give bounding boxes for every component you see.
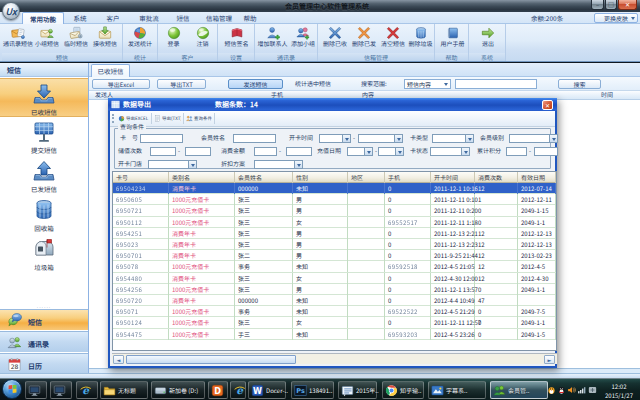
dialog-close-button[interactable]: ✕: [542, 100, 553, 110]
ribbon-button[interactable]: 临时短信: [62, 25, 90, 53]
ribbon-button[interactable]: 添加小组: [289, 25, 317, 53]
sidebar-item[interactable]: 提交短信: [0, 117, 88, 156]
query-input[interactable]: [506, 147, 527, 156]
sidebar-item[interactable]: 已收短信: [0, 78, 88, 117]
close-button[interactable]: ✕: [618, 0, 637, 10]
grid-column-header[interactable]: 会员姓名: [235, 172, 293, 183]
ribbon-button[interactable]: 删除已发: [350, 25, 378, 53]
query-input[interactable]: [150, 147, 176, 156]
scroll-left-arrow[interactable]: ◄: [113, 355, 124, 364]
dialog-titlebar[interactable]: 数据导出 数据条数：14 ✕: [108, 98, 557, 111]
change-skin-dropdown[interactable]: 更换皮肤: [594, 13, 638, 23]
ribbon-button[interactable]: 小组短信: [33, 25, 61, 53]
start-button[interactable]: [2, 379, 22, 399]
tray-icon[interactable]: [557, 385, 566, 395]
taskbar-item[interactable]: [230, 381, 246, 399]
ribbon-button[interactable]: 退出: [473, 25, 503, 53]
grid-row[interactable]: 6954251 消费年卡 张三 男 0 2011-12-13 2:21 12: [113, 228, 556, 239]
query-input[interactable]: [233, 134, 276, 143]
dialog-toolbar-button[interactable]: 查询条件: [186, 112, 212, 125]
ribbon-button[interactable]: 清空短信: [379, 25, 407, 53]
ribbon-button[interactable]: 接收短信: [91, 25, 119, 53]
taskbar-item[interactable]: 知乎输..: [382, 381, 424, 399]
ribbon-button[interactable]: 发送统计: [124, 25, 156, 53]
sidebar-item[interactable]: 回收箱: [0, 195, 88, 234]
search-input[interactable]: [455, 79, 537, 89]
ribbon-button[interactable]: 登录: [160, 25, 187, 53]
taskbar-item[interactable]: 2015年..: [338, 381, 377, 399]
query-dropdown[interactable]: [347, 147, 373, 156]
query-dropdown[interactable]: [148, 160, 197, 169]
grid-column-header[interactable]: 性别: [293, 172, 348, 183]
taskbar-clock[interactable]: 12:02 2015/1/27: [602, 382, 636, 400]
query-dropdown[interactable]: [358, 134, 403, 143]
tray-icon[interactable]: [567, 385, 576, 395]
taskbar-item[interactable]: 无标题: [100, 381, 148, 399]
sidebar-section[interactable]: 短信: [0, 309, 88, 330]
ribbon-tab[interactable]: 常用功能: [22, 12, 64, 24]
ribbon-button[interactable]: 通讯录短信: [3, 25, 32, 53]
export-txt-button[interactable]: 导出TXT: [157, 79, 206, 89]
query-dropdown[interactable]: [509, 134, 558, 143]
grid-row[interactable]: 6954480 消费年卡 张三 女 0 2012-4-30 12:00 12: [113, 273, 556, 284]
ribbon-button[interactable]: 增加联系人: [257, 25, 288, 53]
grid-row[interactable]: 6950701 消费年卡 张二 男 0 2011-9-25 21:44 12: [113, 250, 556, 261]
grid-row[interactable]: 6950112 1000元充值卡 张三 女 69552517 2011-12-1…: [113, 217, 556, 228]
taskbar-item[interactable]: 138491..: [291, 381, 334, 399]
taskbar-item[interactable]: [25, 381, 47, 399]
query-dropdown[interactable]: [432, 134, 474, 143]
tray-icon[interactable]: [547, 385, 556, 395]
ribbon-button[interactable]: 删除已收: [321, 25, 349, 53]
minimize-button[interactable]: –: [591, 0, 604, 10]
grid-row[interactable]: 695078 1000元充值卡 事务 未知 69592518 2012-4-5 …: [113, 261, 556, 272]
taskbar-item[interactable]: [76, 381, 98, 399]
grid-row[interactable]: 6950720 消费年卡 000000 未知 0 2012-4-4 10:49: [113, 295, 556, 306]
app-menu-orb[interactable]: Ux: [2, 2, 20, 20]
grid-column-header[interactable]: 开卡时间: [431, 172, 475, 183]
query-dropdown[interactable]: [254, 160, 303, 169]
send-sms-button[interactable]: 发送短信: [228, 79, 283, 89]
grid-column-header[interactable]: 地区: [348, 172, 385, 183]
tray-icon[interactable]: [588, 385, 597, 395]
grid-row[interactable]: 6954256 1000元充值卡 张三 男 0 2011-12-1 13:57: [113, 284, 556, 295]
ribbon-button[interactable]: 注销: [189, 25, 216, 53]
sidebar-item[interactable]: 已发短信: [0, 156, 88, 195]
tray-icon[interactable]: [577, 385, 586, 395]
search-scope-dropdown[interactable]: 短信内容: [404, 79, 451, 89]
grid-column-header[interactable]: 消费次数: [475, 172, 518, 183]
query-input[interactable]: [185, 147, 211, 156]
ribbon-tab[interactable]: 帮助: [230, 12, 270, 24]
taskbar-item[interactable]: 新加卷 (D:): [151, 381, 205, 399]
query-dropdown[interactable]: [378, 147, 404, 156]
scrollbar-thumb[interactable]: [126, 355, 296, 364]
sidebar-section[interactable]: 通讯录: [0, 331, 88, 352]
maximize-button[interactable]: □: [605, 0, 617, 10]
grid-row[interactable]: 6950124 1000元充值卡 张三 女 0 2011-12-11 12:57: [113, 317, 556, 328]
query-input[interactable]: [254, 147, 277, 156]
ribbon-tab[interactable]: 系统: [63, 12, 97, 24]
grid-row[interactable]: 6950721 1000元充值卡 张三 男 0 2011-12-11 0:20: [113, 205, 556, 216]
grid-row[interactable]: 6950605 1000元充值卡 张三 男 0 2011-12-11 0:10: [113, 194, 556, 205]
inbox-column-header[interactable]: 时间: [601, 92, 613, 98]
query-dropdown[interactable]: [430, 147, 470, 156]
grid-column-header[interactable]: 手机: [385, 172, 431, 183]
grid-row[interactable]: 6954475 1000元充值卡 手三 未知 69593203 2012-4-5…: [113, 329, 556, 340]
ribbon-button[interactable]: 删除垃圾: [407, 25, 434, 53]
grid-column-header[interactable]: 有效日期: [518, 172, 556, 183]
sidebar-item[interactable]: 垃圾箱: [0, 234, 88, 273]
taskbar-item[interactable]: 会员管..: [490, 381, 548, 399]
grid-row[interactable]: 695071 1000元充值卡 事务 未知 69522522 2012-4-5 …: [113, 306, 556, 317]
taskbar-item[interactable]: Docer-..: [248, 381, 286, 399]
taskbar-item[interactable]: [50, 381, 72, 399]
content-tab-inbox[interactable]: 已收短信: [91, 64, 130, 77]
ribbon-button[interactable]: 短信签名: [220, 25, 253, 53]
horizontal-scrollbar[interactable]: ◄ ►: [112, 353, 557, 364]
grid-row[interactable]: 695023 消费年卡 张三 男 0 2011-12-13 2:23 12: [113, 239, 556, 250]
taskbar-item[interactable]: 字幕系..: [428, 381, 486, 399]
grid-column-header[interactable]: 卡号: [113, 172, 169, 183]
grid-row[interactable]: 69504234 消费年卡 000000 未知 0 2011-12-1 10:1…: [113, 183, 556, 194]
search-button[interactable]: 搜索: [558, 79, 601, 89]
dialog-toolbar-button[interactable]: 导出(TXT): [154, 112, 181, 125]
query-input[interactable]: [286, 147, 312, 156]
ribbon-button[interactable]: 用户手册: [437, 25, 468, 53]
